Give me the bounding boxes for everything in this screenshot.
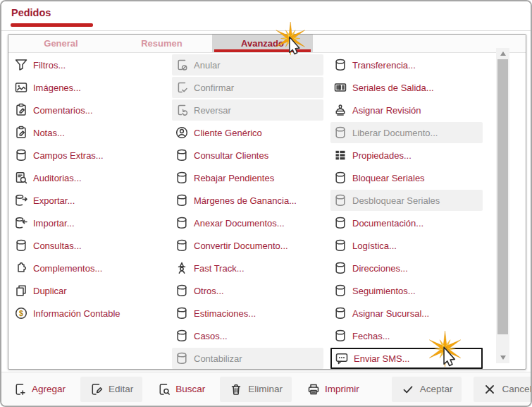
printer-icon bbox=[307, 382, 321, 396]
database-icon bbox=[14, 238, 28, 253]
menu-item-label: Contabilizar bbox=[194, 353, 242, 364]
menu-column-2: AnularConfirmarReversarCliente GenéricoC… bbox=[172, 54, 330, 370]
menu-item-confirmar: Confirmar bbox=[172, 77, 323, 98]
copy-icon bbox=[14, 284, 28, 298]
menu-item-bloquear-seriales[interactable]: Bloquear Seriales bbox=[330, 167, 483, 188]
menu-item-duplicar[interactable]: Duplicar bbox=[11, 280, 162, 301]
button-label: Buscar bbox=[175, 384, 205, 394]
menu-item-label: Campos Extras... bbox=[33, 150, 104, 161]
menu-item-exportar[interactable]: Exportar... bbox=[11, 190, 162, 211]
database-icon bbox=[175, 148, 189, 162]
tab-avanzado[interactable]: Avanzado bbox=[212, 35, 313, 52]
menu-item-auditorias[interactable]: Auditorias... bbox=[11, 167, 162, 188]
button-label: Cancelar bbox=[502, 384, 532, 394]
menu-item-complementos[interactable]: Complementos... bbox=[11, 257, 162, 279]
menu-item-documentacion[interactable]: Documentación... bbox=[330, 212, 483, 233]
menu-item-seriales-de-salida[interactable]: Seriales de Salida... bbox=[330, 77, 483, 98]
menu-item-anexar-documentos[interactable]: Anexar Documentos... bbox=[172, 212, 323, 233]
menu-item-comentarios[interactable]: Comentarios... bbox=[11, 99, 162, 121]
menu-item-label: Duplicar bbox=[33, 286, 67, 296]
sms-icon bbox=[335, 351, 349, 365]
image-icon bbox=[14, 80, 28, 95]
menu-item-anular: Anular bbox=[172, 54, 323, 75]
pedidos-window: Pedidos GeneralResumenAvanzado Filtros..… bbox=[0, 0, 532, 407]
menu-item-label: Anexar Documentos... bbox=[194, 218, 285, 229]
tab-general[interactable]: General bbox=[11, 35, 111, 52]
menu-item-asignar-revision[interactable]: Asignar Revisión bbox=[330, 99, 483, 121]
menu-grid: Filtros...Imágenes...Comentarios...Notas… bbox=[11, 54, 483, 370]
cancelar-button[interactable]: Cancelar bbox=[474, 377, 532, 402]
menu-item-label: Direcciones... bbox=[352, 263, 408, 274]
user-circle-icon bbox=[175, 126, 189, 140]
menu-item-label: Asignar Revisión bbox=[352, 105, 421, 116]
doc-undo-icon bbox=[175, 103, 189, 117]
button-label: Eliminar bbox=[248, 384, 283, 394]
scroll-down-arrow-icon[interactable] bbox=[496, 353, 509, 363]
menu-item-label: Seguimientos... bbox=[352, 286, 416, 296]
filter-icon bbox=[14, 58, 28, 72]
scrollbar[interactable] bbox=[496, 48, 509, 363]
clipboard-edit-icon bbox=[14, 103, 28, 117]
menu-item-fechas[interactable]: Fechas... bbox=[330, 325, 483, 346]
tab-resumen[interactable]: Resumen bbox=[111, 35, 212, 52]
menu-item-label: Complementos... bbox=[33, 263, 102, 274]
menu-item-label: Seriales de Salida... bbox=[352, 83, 434, 93]
database-icon bbox=[175, 329, 189, 343]
menu-item-cliente-generico[interactable]: Cliente Genérico bbox=[172, 122, 323, 143]
menu-item-fast-track[interactable]: Fast Track... bbox=[172, 257, 323, 279]
menu-item-label: Convertir Documento... bbox=[194, 241, 288, 251]
scroll-up-arrow-icon[interactable] bbox=[496, 49, 509, 59]
database-icon bbox=[14, 148, 28, 162]
doc-edit-icon bbox=[89, 382, 104, 396]
eliminar-button[interactable]: Eliminar bbox=[220, 377, 292, 402]
database-icon bbox=[175, 171, 189, 185]
menu-item-importar[interactable]: Importar... bbox=[11, 212, 162, 233]
menu-item-campos-extras[interactable]: Campos Extras... bbox=[11, 145, 162, 166]
database-icon bbox=[333, 58, 347, 72]
menu-item-margenes-de-ganancia[interactable]: Márgenes de Ganancia... bbox=[172, 190, 323, 211]
imprimir-button[interactable]: Imprimir bbox=[304, 378, 362, 401]
menu-item-label: Notas... bbox=[33, 128, 65, 138]
menu-item-notas[interactable]: Notas... bbox=[11, 122, 162, 143]
scrollbar-thumb[interactable] bbox=[497, 59, 508, 334]
menu-item-label: Exportar... bbox=[33, 195, 75, 206]
agregar-button[interactable]: Agregar bbox=[11, 378, 68, 401]
menu-item-label: Estimaciones... bbox=[194, 308, 256, 319]
database-icon bbox=[333, 238, 347, 253]
menu-item-label: Enviar SMS... bbox=[354, 353, 409, 364]
menu-item-propiedades[interactable]: Propiedades... bbox=[330, 145, 483, 166]
menu-item-label: Confirmar bbox=[194, 83, 234, 93]
menu-item-logistica[interactable]: Logística... bbox=[330, 235, 483, 256]
menu-item-seguimientos[interactable]: Seguimientos... bbox=[330, 280, 483, 301]
menu-item-asignar-sucursal[interactable]: Asignar Sucursal... bbox=[330, 303, 483, 324]
menu-item-consultas[interactable]: Consultas... bbox=[11, 235, 162, 256]
puzzle-icon bbox=[14, 261, 28, 275]
aceptar-button[interactable]: Aceptar bbox=[392, 377, 462, 402]
menu-item-convertir-documento[interactable]: Convertir Documento... bbox=[172, 235, 323, 256]
menu-item-filtros[interactable]: Filtros... bbox=[11, 54, 162, 75]
menu-item-transferencia[interactable]: Transferencia... bbox=[330, 54, 483, 75]
menu-item-otros[interactable]: Otros... bbox=[172, 280, 323, 301]
menu-item-informacion-contable[interactable]: $Información Contable bbox=[11, 303, 162, 324]
menu-item-label: Imágenes... bbox=[33, 83, 81, 93]
menu-item-liberar-documento: Liberar Documento... bbox=[330, 122, 483, 143]
menu-item-label: Fechas... bbox=[352, 331, 390, 341]
menu-item-imagenes[interactable]: Imágenes... bbox=[11, 77, 162, 98]
menu-item-enviar-sms[interactable]: Enviar SMS... bbox=[330, 348, 483, 369]
menu-item-casos[interactable]: Casos... bbox=[172, 325, 323, 346]
editar-button[interactable]: Editar bbox=[80, 377, 142, 402]
titlebar: Pedidos bbox=[1, 1, 531, 31]
menu-item-label: Liberar Documento... bbox=[352, 128, 438, 138]
doc-check-icon bbox=[175, 80, 189, 95]
menu-item-estimaciones[interactable]: Estimaciones... bbox=[172, 303, 323, 324]
menu-item-consultar-clientes[interactable]: Consultar Clientes bbox=[172, 145, 323, 166]
buscar-button[interactable]: Buscar bbox=[154, 378, 208, 401]
title-underline bbox=[11, 23, 93, 27]
menu-item-rebajar-pendientes[interactable]: Rebajar Pendientes bbox=[172, 167, 323, 188]
trash-icon bbox=[229, 382, 243, 396]
doc-plus-icon bbox=[13, 382, 27, 396]
menu-item-direcciones[interactable]: Direcciones... bbox=[330, 257, 483, 279]
menu-item-label: Bloquear Seriales bbox=[352, 173, 425, 183]
menu-item-label: Fast Track... bbox=[194, 263, 245, 274]
close-icon bbox=[483, 382, 497, 396]
